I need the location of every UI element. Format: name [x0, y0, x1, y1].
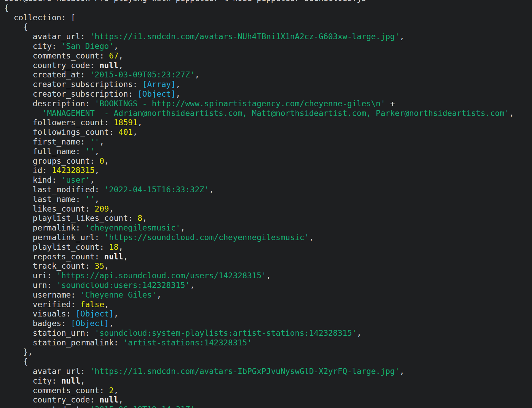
terminal-token-p: collection: [	[4, 13, 76, 22]
terminal-token-u: null	[99, 61, 118, 70]
terminal-token-p: station_permalink:	[4, 338, 123, 347]
terminal-token-p: ,	[309, 233, 314, 242]
terminal-token-s: 'Cheyenne Giles'	[81, 290, 157, 299]
terminal-token-p: ,	[95, 195, 99, 204]
terminal-token-p: full_name:	[4, 147, 85, 156]
terminal-line: playlist_likes_count: 8,	[4, 214, 532, 223]
terminal-token-s: ''	[85, 195, 95, 204]
terminal-token-p: country_code:	[4, 395, 99, 404]
terminal-token-p: ,	[138, 118, 142, 127]
terminal-token-s: 'soundcloud:users:142328315'	[56, 281, 190, 290]
terminal-token-p: visuals:	[4, 309, 76, 318]
terminal-token-s: 'user'	[61, 175, 90, 184]
terminal-line: uri: 'https://api.soundcloud.com/users/1…	[4, 271, 532, 281]
terminal-token-b: false	[81, 300, 104, 309]
terminal-line: creator_subscriptions: [Array],	[4, 80, 532, 89]
terminal-token-o: [Object]	[138, 89, 176, 98]
terminal[interactable]: user@Users-MacBook-Pro playing-with-pupp…	[0, 0, 532, 408]
terminal-token-s: '2022-04-15T16:33:32Z'	[104, 185, 209, 194]
terminal-token-p: {	[4, 3, 9, 12]
terminal-token-p: uri:	[4, 271, 56, 280]
terminal-line: country_code: null,	[4, 395, 532, 405]
terminal-token-p: ,	[195, 70, 200, 79]
terminal-token-p: last_modified:	[4, 185, 104, 194]
terminal-line: description: 'BOOKINGS - http://www.spin…	[4, 99, 532, 109]
terminal-token-p: followers_count:	[4, 118, 114, 127]
terminal-token-p: kind:	[4, 175, 61, 184]
terminal-token-p: username:	[4, 290, 81, 299]
terminal-token-p: },	[4, 347, 33, 356]
terminal-token-s: 'https://api.soundcloud.com/users/142328…	[56, 271, 266, 280]
terminal-token-p: last_name:	[4, 195, 85, 204]
terminal-token-p: comments_count:	[4, 386, 109, 395]
terminal-line: creator_subscription: [Object],	[4, 89, 532, 99]
terminal-token-p: ,	[266, 271, 271, 280]
terminal-line: {	[4, 357, 532, 367]
terminal-token-s: 'artist-stations:142328315'	[123, 338, 252, 347]
terminal-line: avatar_url: 'https://i1.sndcdn.com/avata…	[4, 367, 532, 376]
terminal-token-p: likes_count:	[4, 204, 95, 213]
terminal-token-p: created_at:	[4, 405, 90, 408]
terminal-line: city: null,	[4, 376, 532, 386]
terminal-token-u: null	[61, 376, 80, 385]
terminal-line: track_count: 35,	[4, 261, 532, 271]
terminal-token-n: 18	[109, 243, 119, 251]
terminal-line: country_code: null,	[4, 61, 532, 71]
terminal-token-p: avatar_url:	[4, 367, 90, 376]
terminal-token-n: 18591	[114, 118, 138, 127]
terminal-line: full_name: '',	[4, 147, 532, 157]
terminal-line: station_permalink: 'artist-stations:1423…	[4, 338, 532, 348]
terminal-line: followers_count: 18591,	[4, 118, 532, 128]
terminal-token-n: 8	[138, 214, 142, 223]
terminal-token-p: ,	[114, 309, 119, 318]
terminal-token-p: ,	[509, 109, 514, 118]
terminal-token-p: ,	[104, 300, 109, 309]
terminal-token-p: ,	[109, 204, 114, 213]
terminal-line: permalink: 'cheyennegilesmusic',	[4, 223, 532, 233]
terminal-token-p: ,	[176, 89, 181, 98]
terminal-line: avatar_url: 'https://i1.sndcdn.com/avata…	[4, 32, 532, 42]
terminal-token-s: 'San Diego'	[61, 42, 114, 51]
terminal-token-s: 'cheyennegilesmusic'	[85, 223, 180, 232]
terminal-token-p: ,	[133, 128, 138, 137]
terminal-line: city: 'San Diego',	[4, 42, 532, 51]
terminal-token-p: ,	[400, 367, 404, 376]
terminal-token-n: 209	[95, 204, 109, 213]
terminal-token-p: ,	[104, 157, 109, 165]
terminal-token-p: reposts_count:	[4, 252, 104, 261]
terminal-line: reposts_count: null,	[4, 252, 532, 262]
terminal-token-p: +	[385, 99, 395, 108]
terminal-token-p: groups_count:	[4, 157, 99, 165]
terminal-token-p: ,	[90, 175, 95, 184]
terminal-token-p: ,	[95, 166, 99, 175]
terminal-line: last_modified: '2022-04-15T16:33:32Z',	[4, 185, 532, 195]
terminal-line: comments_count: 67,	[4, 51, 532, 61]
terminal-token-n: 0	[99, 157, 104, 165]
terminal-token-p	[4, 109, 42, 118]
terminal-token-p: ,	[109, 319, 114, 328]
terminal-line: permalink_url: 'https://soundcloud.com/c…	[4, 233, 532, 243]
terminal-token-p: creator_subscription:	[4, 89, 138, 98]
terminal-token-p: comments_count:	[4, 51, 109, 60]
terminal-token-s: 'https://i1.sndcdn.com/avatars-NUh4TBni1…	[90, 32, 400, 41]
terminal-line: },	[4, 347, 532, 357]
terminal-token-p: city:	[4, 376, 61, 385]
terminal-token-p: first_name:	[4, 137, 90, 146]
terminal-token-p: {	[4, 22, 28, 31]
terminal-token-p: ,	[104, 261, 109, 270]
terminal-token-p: ,	[118, 243, 123, 251]
terminal-token-p: ,	[99, 137, 104, 146]
terminal-token-p: ,	[95, 147, 99, 156]
terminal-token-p: country_code:	[4, 61, 99, 70]
terminal-line: kind: 'user',	[4, 175, 532, 185]
terminal-line: last_name: '',	[4, 195, 532, 204]
terminal-line: {	[4, 3, 532, 13]
terminal-token-p: ,	[114, 42, 119, 51]
terminal-token-p: ,	[195, 405, 200, 408]
terminal-token-p: created_at:	[4, 70, 90, 79]
terminal-token-p: ,	[176, 80, 181, 89]
terminal-token-s: 'https://soundcloud.com/cheyennegilesmus…	[104, 233, 309, 242]
terminal-token-p: ,	[118, 61, 123, 70]
terminal-token-p: ,	[157, 290, 161, 299]
terminal-token-p: verified:	[4, 300, 81, 309]
